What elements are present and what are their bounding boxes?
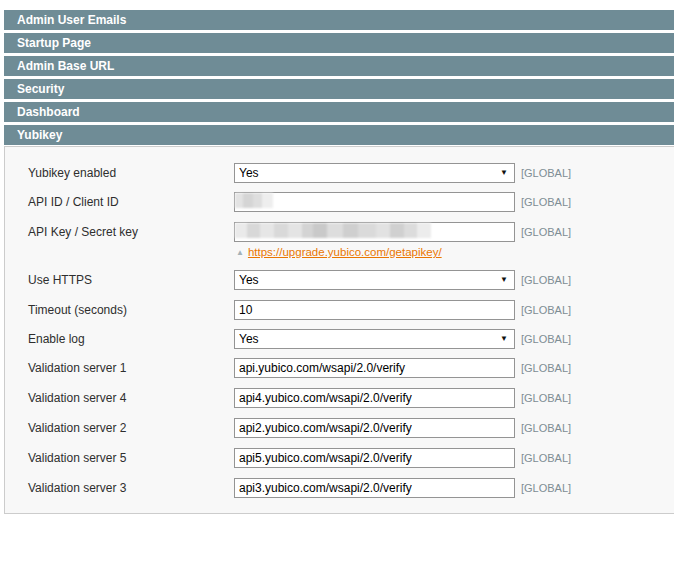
field-label-validation-server-1: Validation server 1 (28, 361, 127, 375)
field-label-validation-server-2: Validation server 2 (28, 421, 127, 435)
scope-badge: [GLOBAL] (521, 422, 571, 434)
api-key-note: ▲https://upgrade.yubico.com/getapikey/ (236, 246, 442, 258)
use-https-select-wrap: Yes ▼ (234, 270, 515, 290)
yubikey-enabled-select[interactable]: Yes (234, 163, 515, 183)
section-title: Admin Base URL (17, 59, 114, 73)
validation-server-1-input[interactable] (234, 358, 515, 378)
section-title: Startup Page (17, 36, 91, 50)
scope-badge: [GLOBAL] (521, 167, 571, 179)
field-label-api-id: API ID / Client ID (28, 195, 119, 209)
scope-badge: [GLOBAL] (521, 333, 571, 345)
scope-badge: [GLOBAL] (521, 392, 571, 404)
scope-badge: [GLOBAL] (521, 452, 571, 464)
timeout-input[interactable] (234, 300, 515, 320)
field-label-yubikey-enabled: Yubikey enabled (28, 166, 116, 180)
validation-server-2-input[interactable] (234, 418, 515, 438)
note-pointer-icon: ▲ (236, 248, 244, 257)
timeout-input-wrap (234, 300, 515, 320)
scope-badge: [GLOBAL] (521, 196, 571, 208)
scope-badge: [GLOBAL] (521, 274, 571, 286)
section-header-yubikey[interactable]: Yubikey (4, 125, 674, 145)
section-header-startup-page[interactable]: Startup Page (4, 33, 674, 53)
validation-server-5-input[interactable] (234, 448, 515, 468)
yubikey-enabled-select-wrap: Yes ▼ (234, 163, 515, 183)
validation-server-5-input-wrap (234, 448, 515, 468)
field-label-use-https: Use HTTPS (28, 273, 92, 287)
validation-server-4-input[interactable] (234, 388, 515, 408)
getapikey-link[interactable]: https://upgrade.yubico.com/getapikey/ (248, 246, 442, 258)
section-title: Dashboard (17, 105, 80, 119)
field-label-validation-server-3: Validation server 3 (28, 481, 127, 495)
scope-badge: [GLOBAL] (521, 304, 571, 316)
section-title: Security (17, 82, 64, 96)
section-header-admin-base-url[interactable]: Admin Base URL (4, 56, 674, 76)
field-label-validation-server-5: Validation server 5 (28, 451, 127, 465)
api-key-input[interactable] (234, 222, 515, 242)
scope-badge: [GLOBAL] (521, 226, 571, 238)
scope-badge: [GLOBAL] (521, 362, 571, 374)
config-page: Admin User Emails Startup Page Admin Bas… (0, 0, 674, 569)
section-title: Admin User Emails (17, 13, 126, 27)
section-title: Yubikey (17, 128, 62, 142)
section-header-security[interactable]: Security (4, 79, 674, 99)
validation-server-3-input[interactable] (234, 478, 515, 498)
field-label-enable-log: Enable log (28, 332, 85, 346)
validation-server-1-input-wrap (234, 358, 515, 378)
field-label-timeout: Timeout (seconds) (28, 303, 127, 317)
enable-log-select[interactable]: Yes (234, 329, 515, 349)
yubikey-section-panel: Yubikey enabled Yes ▼ [GLOBAL] API ID / … (4, 146, 674, 514)
validation-server-2-input-wrap (234, 418, 515, 438)
validation-server-3-input-wrap (234, 478, 515, 498)
field-label-validation-server-4: Validation server 4 (28, 391, 127, 405)
scope-badge: [GLOBAL] (521, 482, 571, 494)
api-id-input[interactable] (234, 192, 515, 212)
api-id-input-wrap (234, 192, 515, 212)
section-header-admin-user-emails[interactable]: Admin User Emails (4, 10, 674, 30)
enable-log-select-wrap: Yes ▼ (234, 329, 515, 349)
api-key-input-wrap (234, 222, 515, 242)
validation-server-4-input-wrap (234, 388, 515, 408)
field-label-api-key: API Key / Secret key (28, 225, 138, 239)
section-header-dashboard[interactable]: Dashboard (4, 102, 674, 122)
use-https-select[interactable]: Yes (234, 270, 515, 290)
